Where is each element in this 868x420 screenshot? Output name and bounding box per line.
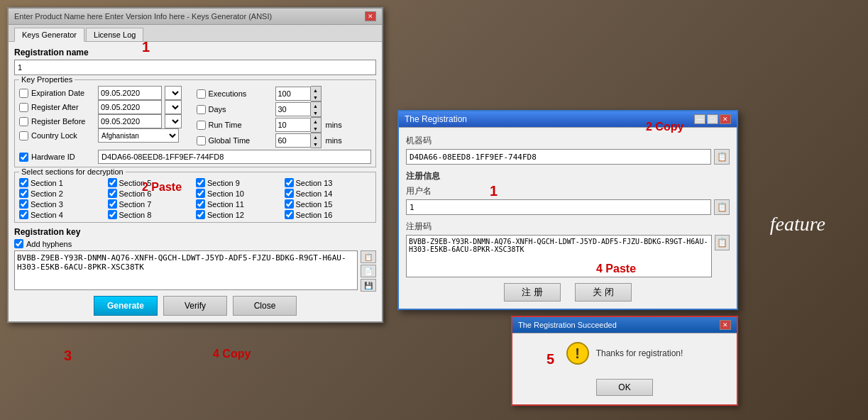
global-time-checkbox[interactable] (197, 136, 206, 145)
success-close-icon[interactable]: ✕ (720, 320, 731, 330)
chinese-min-icon[interactable]: — (694, 114, 705, 124)
section-label-7: Section 10 (207, 189, 244, 198)
country-lock-checkbox[interactable] (19, 131, 28, 140)
reg-code-copy-btn[interactable]: 📋 (715, 235, 730, 250)
section-checkbox-11[interactable] (196, 199, 205, 209)
executions-input[interactable] (275, 87, 311, 101)
copy-btn-2[interactable]: 📄 (361, 265, 376, 277)
ok-button[interactable]: OK (596, 379, 653, 396)
hardware-id-checkbox[interactable] (19, 153, 28, 162)
run-time-up-btn[interactable]: ▲ (311, 118, 321, 125)
success-titlebar: The Registration Succeeded ✕ (512, 317, 737, 333)
run-time-input[interactable] (275, 118, 311, 132)
bottom-buttons: Generate Verify Close (14, 296, 376, 316)
register-button[interactable]: 注 册 (504, 283, 561, 302)
machine-code-input[interactable] (406, 149, 711, 165)
window-controls: ✕ (365, 11, 376, 21)
generate-button[interactable]: Generate (94, 296, 158, 316)
executions-up-btn[interactable]: ▲ (311, 87, 321, 94)
section-item-7: Section 10 (196, 189, 283, 198)
section-checkbox-16[interactable] (285, 210, 294, 219)
expiration-checkbox[interactable] (19, 89, 28, 98)
section-checkbox-3[interactable] (196, 178, 205, 187)
section-checkbox-12[interactable] (285, 199, 294, 209)
reg-key-section: Registration key Add hyphens 📋 📄 💾 (14, 227, 376, 292)
chinese-close-button[interactable]: 关 闭 (575, 283, 632, 302)
reg-code-textarea[interactable] (406, 235, 712, 277)
close-icon[interactable]: ✕ (365, 11, 376, 21)
register-before-checkbox[interactable] (19, 117, 28, 126)
section-checkbox-14[interactable] (108, 210, 117, 219)
days-up-btn[interactable]: ▲ (311, 102, 321, 109)
register-before-select[interactable]: ▼ (165, 114, 182, 128)
user-name-copy-btn[interactable]: 📋 (714, 199, 730, 215)
success-title: The Registration Succeeded (518, 321, 617, 329)
section-item-10: Section 7 (108, 199, 195, 209)
add-hyphens-checkbox[interactable] (14, 239, 23, 248)
section-checkbox-9[interactable] (19, 199, 28, 209)
key-props-grid: Expiration Date ▼ Register After ▼ Regis… (19, 86, 371, 148)
hardware-id-input[interactable] (98, 150, 371, 164)
run-time-checkbox[interactable] (197, 121, 206, 130)
days-input[interactable] (275, 102, 311, 116)
run-time-down-btn[interactable]: ▼ (311, 125, 321, 132)
close-button[interactable]: Close (233, 296, 297, 316)
global-time-up-btn[interactable]: ▲ (311, 133, 321, 140)
section-checkbox-4[interactable] (285, 178, 294, 187)
keys-generator-window: Enter Product Name here Enter Version In… (7, 7, 383, 323)
section-checkbox-1[interactable] (19, 178, 28, 187)
section-checkbox-5[interactable] (19, 189, 28, 198)
executions-spinner: ▲ ▼ (275, 86, 322, 101)
section-checkbox-7[interactable] (196, 189, 205, 198)
section-item-14: Section 8 (108, 210, 195, 219)
global-time-spinner-btns: ▲ ▼ (311, 133, 322, 148)
section-checkbox-10[interactable] (108, 199, 117, 209)
user-name-input[interactable] (406, 199, 711, 215)
days-label: Days (209, 105, 273, 114)
chinese-max-icon[interactable]: □ (707, 114, 718, 124)
section-checkbox-2[interactable] (108, 178, 117, 187)
section-checkbox-15[interactable] (196, 210, 205, 219)
executions-spinner-btns: ▲ ▼ (311, 86, 322, 101)
country-lock-select[interactable]: Afghanistan (98, 128, 179, 143)
left-props: Expiration Date ▼ Register After ▼ Regis… (19, 86, 194, 148)
save-btn[interactable]: 💾 (361, 279, 376, 292)
verify-button[interactable]: Verify (163, 296, 227, 316)
days-checkbox[interactable] (197, 105, 206, 114)
register-before-input[interactable] (98, 114, 162, 128)
section-label-4: Section 13 (296, 179, 333, 187)
register-after-checkbox[interactable] (19, 103, 28, 112)
register-after-input[interactable] (98, 100, 162, 114)
copy-btn-1[interactable]: 📋 (361, 250, 376, 263)
sections-group: Select sections for decryption Section 1… (14, 172, 376, 223)
section-checkbox-8[interactable] (285, 189, 294, 198)
section-label-6: Section 6 (119, 189, 152, 198)
section-checkbox-13[interactable] (19, 210, 28, 219)
machine-code-copy-btn[interactable]: 📋 (714, 149, 730, 165)
executions-down-btn[interactable]: ▼ (311, 94, 321, 101)
days-down-btn[interactable]: ▼ (311, 109, 321, 116)
expiration-select[interactable]: ▼ (165, 86, 182, 100)
section-label-8: Section 14 (296, 189, 333, 198)
register-after-row: Register After ▼ (19, 100, 194, 114)
days-spinner-btns: ▲ ▼ (311, 101, 322, 117)
tab-keys-generator[interactable]: Keys Generator (14, 28, 84, 42)
expiration-input[interactable] (98, 86, 162, 100)
section-checkbox-6[interactable] (108, 189, 117, 198)
expiration-label: Expiration Date (31, 89, 95, 97)
section-label-13: Section 4 (31, 211, 63, 219)
executions-checkbox[interactable] (197, 89, 206, 99)
reg-name-input[interactable] (14, 60, 376, 75)
tab-license-log[interactable]: License Log (86, 28, 143, 41)
copy-buttons: 📋 📄 💾 (361, 250, 376, 292)
global-time-label: Global Time (209, 136, 273, 145)
chinese-close-icon[interactable]: ✕ (720, 114, 731, 124)
reg-code-label: 注册码 (406, 221, 730, 233)
reg-key-textarea[interactable] (14, 250, 358, 290)
global-time-down-btn[interactable]: ▼ (311, 140, 321, 148)
global-time-input[interactable] (275, 133, 311, 148)
register-before-label: Register Before (31, 117, 95, 126)
register-after-select[interactable]: ▼ (165, 100, 182, 114)
chinese-dialog-content: 机器码 📋 注册信息 用户名 📋 注册码 📋 注 册 (399, 128, 737, 309)
hardware-id-row: Hardware ID (19, 150, 371, 164)
